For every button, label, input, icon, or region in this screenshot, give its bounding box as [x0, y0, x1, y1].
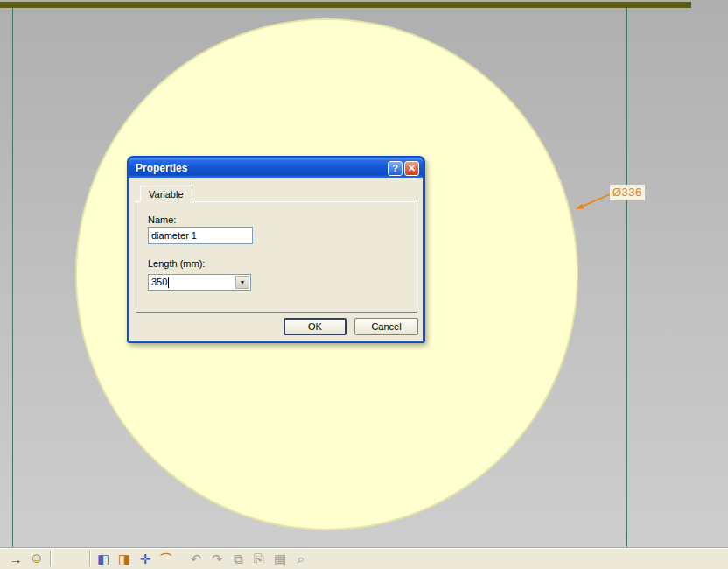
length-value: 350	[151, 277, 167, 287]
window-edge-strip	[0, 2, 691, 8]
search-icon[interactable]: ⌕	[290, 550, 312, 567]
cad-viewport: Ø336 Properties ? ✕ Variable Name: Lengt…	[0, 0, 728, 569]
dimensional-constraint-icon[interactable]: ⌒	[156, 550, 177, 567]
properties-dialog: Properties ? ✕ Variable Name: Length (mm…	[127, 156, 425, 343]
name-input[interactable]	[148, 227, 253, 244]
dialog-titlebar[interactable]: Properties ? ✕	[130, 158, 423, 178]
length-label: Length (mm):	[148, 258, 205, 269]
paste-icon[interactable]: ⎘	[248, 550, 270, 567]
cancel-button[interactable]: Cancel	[354, 318, 418, 335]
exit-workbench-icon[interactable]: →	[5, 550, 26, 567]
tab-variable[interactable]: Variable	[140, 186, 192, 202]
text-caret	[168, 277, 169, 288]
length-combobox[interactable]: 350 ▼	[148, 274, 251, 291]
geometric-constraint-icon[interactable]: ✛	[135, 550, 156, 567]
toolbar-separator	[89, 551, 90, 566]
tab-panel: Name: Length (mm): 350 ▼	[136, 201, 417, 313]
help-icon[interactable]: ?	[388, 161, 402, 176]
ok-button[interactable]: OK	[284, 318, 346, 335]
smiley-icon[interactable]: ☺	[26, 550, 47, 567]
toolbar-separator	[50, 551, 51, 566]
dialog-title: Properties	[136, 162, 386, 174]
constraint-diagnostic-icon[interactable]: ◨	[114, 550, 135, 567]
grid-icon[interactable]: ▦	[270, 550, 290, 567]
close-icon[interactable]: ✕	[404, 161, 419, 176]
copy-icon[interactable]: ⧉	[228, 550, 248, 567]
bottom-toolbar: → ☺ ◧ ◨ ✛ ⌒ ↶ ↷ ⧉ ⎘ ▦ ⌕	[0, 547, 728, 569]
chevron-down-icon[interactable]: ▼	[235, 276, 249, 289]
reference-line-right	[626, 8, 627, 547]
diameter-dimension-label[interactable]: Ø336	[610, 185, 645, 200]
undo-icon[interactable]: ↶	[186, 550, 206, 567]
name-label: Name:	[148, 214, 176, 225]
sketch-analysis-icon[interactable]: ◧	[93, 550, 114, 567]
redo-icon[interactable]: ↷	[206, 550, 228, 567]
reference-line-left	[12, 8, 13, 547]
